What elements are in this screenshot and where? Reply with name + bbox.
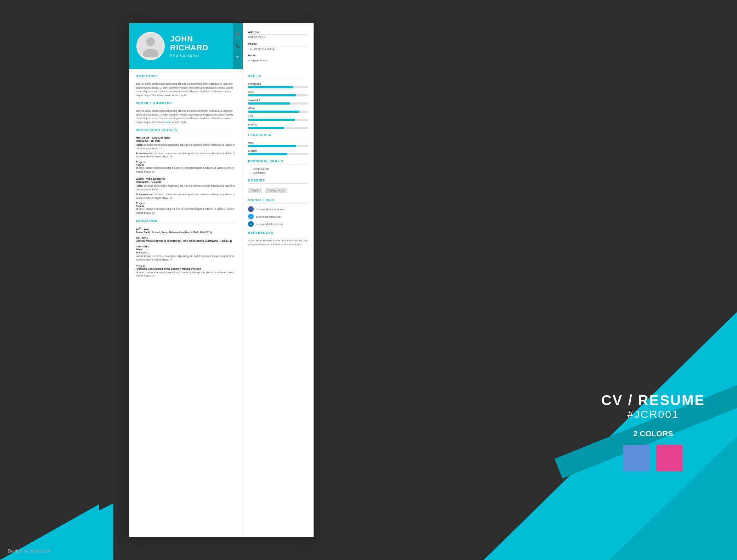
languages-title: LANGUAGES [248,133,308,138]
job1-project-name: Posclix [136,164,236,166]
job2-project-name: Posclix [136,205,236,207]
job2-period: March2009 - Feb-2010 [136,181,236,183]
job1-project-text: sit amet, consectetur adipisicing elit, … [136,166,236,174]
social-links-title: SOCIAL LINKS [248,198,308,203]
skill-confident: Confident [253,171,308,174]
edu3-desc: Lorem ipsum : sit amet, consectetur adip… [136,254,236,262]
edu4-desc: sit amet, consectetur adipisicing elit, … [136,271,236,278]
personal-skills-title: PERSONAL SKILLS [248,159,308,164]
skill-smart-worker: Smart worker [253,167,308,170]
edu3-school: JAVA [136,248,236,251]
edu4-school: Problems Encountered in the Decision Mak… [136,268,236,270]
skill-seo: SEO [248,90,308,96]
twitter-url: example@twitter.com [256,215,281,218]
hobbies-list: Singing Playing cricket [248,186,308,194]
social-links-list: f example@facebook.com t example@twitter… [248,206,308,227]
twitter-icon: t [248,214,254,219]
lang-hindi: Hindi [248,141,308,147]
edu-entry-2: BE - 80% Cusrow Wadia Institute of Techn… [136,236,236,242]
profile-summary-text: dolor sit amet, consectetur adipisicing … [136,109,236,124]
hobby-playing-cricket: Playing cricket [265,188,287,193]
skill-javascript: Javascript [248,99,308,105]
skills-title: SKILLS [248,74,308,79]
resume-right-column: SKILLS Wordpress SEO Javascript HTML [243,69,314,537]
phone-block: Phone +91 5648441515641 [248,42,308,50]
languages-list: Hindi English [248,141,308,155]
person-name-line2: RICHARD [170,44,208,52]
edu4-degree: Project [136,264,236,268]
linkedin-url: example@linkedin.com [256,223,283,226]
hobbies-title: HOBBIES [248,179,308,184]
job2-project-text: sit amet, consectetur adipisicing elit, … [136,207,236,215]
address-value: Wakad, Pune [248,35,308,39]
edu2-school: Cusrow Wadia Institute of Technology, Pu… [136,240,236,242]
edu3-org: TCS (2011) [136,251,236,254]
social-facebook: f example@facebook.com [248,206,308,212]
header-icons-column: 📍 📞 ✉ [233,23,243,69]
job2-title: Wipro - Web Designer [136,177,236,180]
person-title: Photographer [170,54,208,57]
job1-title: Mplussoft - Web Designer [136,136,236,139]
location-icon: 📍 [236,33,240,37]
job1-roles: Roles: sit amet, consectetur adipisicing… [136,143,236,150]
skill-css: CSS [248,115,308,121]
svg-point-0 [146,38,155,46]
resume-body: OBJECTIVE dolor sit amet, consectetur ad… [129,69,314,537]
social-linkedin: in example@linkedin.com [248,221,308,227]
person-name-line1: JOHN [170,35,208,43]
job2-achievements: Achievements : sit amet, consectetur adi… [136,193,236,200]
svg-point-1 [143,49,158,57]
edu2-degree: BE - 80% [136,236,236,240]
edu1-school: Pawar Public School, Pune, Maharashtra (… [136,231,236,234]
job-entry-1: Mplussoft - Web Designer March2009 - Til… [136,136,236,174]
facebook-url: example@facebook.com [256,208,285,211]
color-swatch-pink [656,445,683,471]
phone-icon: 📞 [236,44,240,48]
job1-period: March2009 - Till Date [136,140,236,142]
facebook-icon: f [248,206,254,212]
objective-title: OBJECTIVE [136,74,236,79]
address-label: Address [248,30,308,34]
header-name-section: JOHN RICHARD Photographer [170,35,208,57]
edu1-degree: 10th - 80% [136,227,236,231]
edu-entry-3: Internship JAVA TCS (2011) Lorem ipsum :… [136,245,236,262]
education-title: EDUCATION [136,219,236,224]
job2-roles: Roles: sit amet, consectetur adipisicing… [136,184,236,191]
job-entry-2: Wipro - Web Designer March2009 - Feb-201… [136,177,236,215]
cv-code: #JCR001 [601,408,705,420]
bg-left-accent [0,436,99,560]
profession-title: PROFESSION DETAILS [136,128,236,133]
footer-credit: Design by Jobscruze [8,548,51,554]
header-left: JOHN RICHARD Photographer [129,23,233,69]
phone-value: +91 5648441515641 [248,47,308,50]
skill-wordpress: Wordpress [248,82,308,88]
job1-project-heading: Project [136,161,236,164]
colors-label: 2 COLORS [601,429,705,438]
color-swatch-blue [623,445,650,471]
profile-summary-title: PROFILE SUMMARY [136,101,236,106]
lang-english: English [248,149,308,155]
email-icon: ✉ [236,55,239,59]
social-twitter: t example@twitter.com [248,214,308,219]
edu-entry-4: Project Problems Encountered in the Deci… [136,264,236,278]
header-contact: Address Wakad, Pune Phone +91 5648441515… [243,23,314,69]
edu3-degree: Internship [136,245,236,248]
resume-left-column: OBJECTIVE dolor sit amet, consectetur ad… [129,69,243,537]
resume-header: JOHN RICHARD Photographer 📍 📞 ✉ Address … [129,23,314,69]
email-value: abc@gmail.com [248,59,308,62]
avatar [136,32,165,60]
job2-project-heading: Project [136,202,236,205]
objective-text: dolor sit amet, consectetur adipisicing … [136,82,236,97]
resume-paper: JOHN RICHARD Photographer 📍 📞 ✉ Address … [129,23,314,537]
references-text: Lorem ipsum sit amet, consectetur adipis… [248,239,308,246]
branding-section: CV / RESUME #JCR001 2 COLORS [601,392,705,471]
phone-label: Phone [248,42,308,45]
job1-achievements: Achievements : sit amet, consectetur adi… [136,152,236,159]
skill-html: HTML [248,107,308,113]
references-title: REFERENCES [248,231,308,236]
skills-list: Wordpress SEO Javascript HTML CSS [248,82,308,129]
skill-android: Android [248,123,308,129]
linkedin-icon: in [248,221,254,227]
email-block: Email abc@gmail.com [248,54,308,62]
color-swatches [601,445,705,471]
